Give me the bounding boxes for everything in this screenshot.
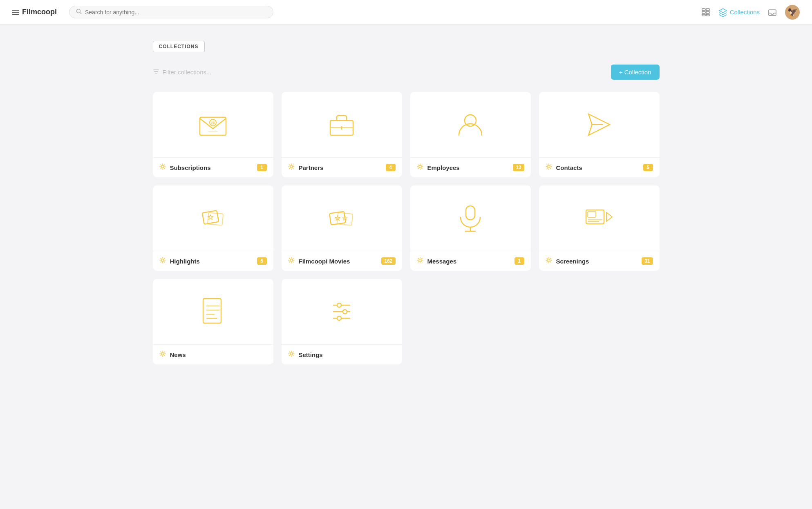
- gear-icon[interactable]: [159, 350, 166, 359]
- card-name: Subscriptions: [170, 164, 211, 171]
- card-footer: Highlights 5: [153, 251, 273, 271]
- svg-point-18: [290, 165, 293, 168]
- collection-card-partners[interactable]: Partners 4: [282, 92, 402, 177]
- card-footer-left: Filmcoopi Movies: [288, 257, 350, 265]
- card-icon-area: [153, 279, 273, 344]
- card-icon-area: [282, 279, 402, 344]
- card-count: 1: [257, 164, 267, 171]
- collection-card-messages[interactable]: Messages 1: [410, 185, 531, 271]
- svg-point-27: [161, 259, 164, 261]
- logo-text: Filmcoopi: [22, 8, 57, 16]
- card-footer-left: Settings: [288, 350, 323, 359]
- logo[interactable]: Filmcoopi: [12, 8, 57, 16]
- gear-icon[interactable]: [288, 350, 295, 359]
- svg-point-55: [290, 353, 293, 355]
- svg-point-36: [419, 259, 421, 261]
- filter-icon: [153, 68, 159, 76]
- card-footer-left: Screenings: [546, 257, 589, 265]
- card-count: 13: [513, 164, 524, 171]
- card-name: Filmcoopi Movies: [299, 258, 350, 265]
- gear-icon[interactable]: [159, 257, 166, 265]
- card-name: Messages: [427, 258, 457, 265]
- collections-nav-label: Collections: [730, 9, 760, 16]
- svg-rect-43: [203, 299, 221, 323]
- card-footer-left: Messages: [417, 257, 457, 265]
- card-count: 5: [257, 257, 267, 265]
- card-footer: Subscriptions 1: [153, 157, 273, 177]
- filter-wrap[interactable]: Filter collections...: [153, 68, 212, 76]
- card-count: 5: [643, 164, 653, 171]
- header-actions: Collections 🦅: [701, 5, 800, 20]
- card-count: 4: [386, 164, 396, 171]
- gear-icon[interactable]: [288, 163, 295, 172]
- card-name: Settings: [299, 351, 323, 358]
- card-footer-left: News: [159, 350, 186, 359]
- toolbar: Filter collections... + Collection: [153, 65, 660, 80]
- card-icon-area: [410, 92, 531, 157]
- avatar[interactable]: 🦅: [785, 5, 800, 20]
- svg-rect-2: [702, 9, 705, 11]
- card-footer: Employees 13: [410, 157, 531, 177]
- gear-icon[interactable]: [288, 257, 295, 265]
- search-bar[interactable]: [69, 6, 273, 18]
- search-input[interactable]: [85, 9, 266, 16]
- svg-rect-5: [706, 11, 709, 13]
- svg-rect-9: [769, 10, 776, 16]
- collection-card-contacts[interactable]: Contacts 5: [539, 92, 660, 177]
- page-title: COLLECTIONS: [153, 41, 205, 52]
- svg-marker-25: [208, 215, 213, 219]
- collection-card-screenings[interactable]: Screenings 31: [539, 185, 660, 271]
- svg-point-52: [337, 303, 341, 307]
- collections-grid: @ Subscriptions 1: [153, 92, 660, 364]
- gear-icon[interactable]: [417, 257, 423, 265]
- card-footer: News: [153, 344, 273, 364]
- svg-line-1: [80, 13, 82, 14]
- gear-icon[interactable]: [546, 257, 552, 265]
- card-name: Screenings: [556, 258, 589, 265]
- card-footer-left: Contacts: [546, 163, 582, 172]
- search-icon: [76, 9, 82, 16]
- svg-rect-33: [466, 206, 475, 220]
- menu-icon[interactable]: [12, 10, 19, 15]
- inbox-icon[interactable]: [768, 8, 777, 17]
- card-footer: Filmcoopi Movies 162: [282, 251, 402, 271]
- collection-card-employees[interactable]: Employees 13: [410, 92, 531, 177]
- card-footer-left: Employees: [417, 163, 460, 172]
- svg-point-54: [337, 316, 341, 320]
- collection-card-news[interactable]: News: [153, 279, 273, 364]
- add-collection-button[interactable]: + Collection: [611, 65, 660, 80]
- svg-marker-41: [606, 212, 612, 221]
- card-count: 1: [514, 257, 524, 265]
- svg-rect-6: [702, 14, 705, 16]
- gear-icon[interactable]: [159, 163, 166, 172]
- filter-placeholder: Filter collections...: [163, 69, 212, 76]
- svg-rect-7: [706, 14, 709, 16]
- main-content: COLLECTIONS Filter collections... + Coll…: [120, 25, 692, 381]
- card-icon-area: [410, 185, 531, 251]
- gear-icon[interactable]: [546, 163, 552, 172]
- svg-rect-13: [208, 131, 218, 132]
- gear-icon[interactable]: [417, 163, 423, 172]
- collection-card-highlights[interactable]: Highlights 5: [153, 185, 273, 271]
- card-icon-area: [282, 185, 402, 251]
- collection-card-subscriptions[interactable]: @ Subscriptions 1: [153, 92, 273, 177]
- card-name: Highlights: [170, 258, 200, 265]
- svg-point-23: [548, 165, 550, 168]
- svg-marker-8: [719, 9, 727, 13]
- collections-nav-button[interactable]: Collections: [718, 8, 760, 17]
- svg-rect-4: [702, 11, 705, 13]
- svg-text:@: @: [211, 121, 215, 125]
- svg-point-53: [343, 310, 347, 314]
- card-count: 162: [381, 257, 395, 265]
- svg-point-32: [290, 259, 293, 261]
- svg-point-20: [419, 165, 421, 168]
- card-icon-area: [539, 92, 660, 157]
- svg-point-14: [161, 165, 164, 168]
- card-footer: Partners 4: [282, 157, 402, 177]
- grid-icon[interactable]: [701, 8, 710, 17]
- card-icon-area: @: [153, 92, 273, 157]
- collection-card-filmcoopi-movies[interactable]: Filmcoopi Movies 162: [282, 185, 402, 271]
- collection-card-settings[interactable]: Settings: [282, 279, 402, 364]
- card-footer-left: Highlights: [159, 257, 200, 265]
- card-name: News: [170, 351, 186, 358]
